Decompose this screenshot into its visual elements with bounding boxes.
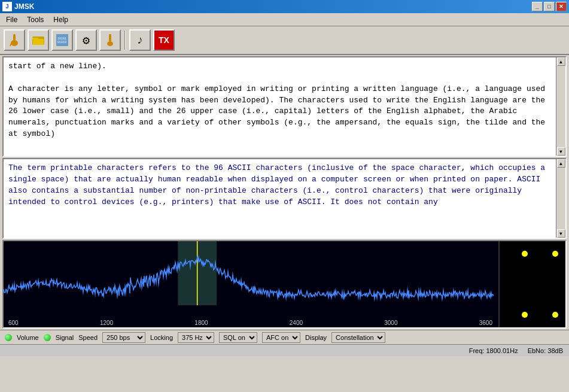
- tx-button[interactable]: TX: [153, 29, 175, 51]
- freq-label-1800: 1800: [194, 320, 208, 326]
- svg-text:10: 10: [63, 41, 66, 44]
- wf-cell-3-1: [518, 305, 533, 325]
- display-label: Display: [305, 334, 327, 341]
- toolbar-separator: [124, 31, 126, 50]
- display-select[interactable]: Constellation Waterfall Spectrum: [331, 332, 385, 343]
- wf-cell-2-0: [502, 284, 518, 305]
- wf-dot: [552, 251, 558, 257]
- menu-file[interactable]: File: [1, 13, 22, 26]
- volume-led: [5, 334, 12, 341]
- text-area-1-container: start of a new line). A character is any…: [2, 56, 567, 157]
- signal-label: Signal: [56, 334, 74, 341]
- scroll-up-arrow[interactable]: ▲: [557, 57, 565, 66]
- spectrum-main[interactable]: 600 1200 1800 2400 3000 3600: [4, 241, 498, 327]
- wf-cell-3-3: [548, 305, 564, 325]
- minimize-button[interactable]: _: [532, 2, 543, 11]
- wf-cell-1-2: [533, 264, 548, 284]
- brush-button[interactable]: [99, 29, 121, 51]
- locking-select[interactable]: 375 Hz 750 Hz: [178, 332, 214, 343]
- wf-cell-1-0: [502, 264, 518, 284]
- freq-bar: Freq: 1800.01Hz EbNo: 38dB: [0, 344, 569, 356]
- wf-dot: [552, 312, 558, 318]
- title-bar-buttons: _ □ ✕: [532, 2, 567, 11]
- app-icon: J: [2, 2, 12, 11]
- wf-cell-0-3: [548, 244, 564, 264]
- maximize-button[interactable]: □: [544, 2, 555, 11]
- scroll-up-arrow-2[interactable]: ▲: [557, 159, 565, 168]
- brush-icon: [103, 33, 117, 47]
- menu-bar: File Tools Help: [0, 13, 569, 26]
- freq-label-text: Freq:: [469, 347, 485, 354]
- freq-label-3600: 3600: [479, 320, 492, 326]
- title-bar-title: JMSK: [14, 2, 34, 11]
- ebno-value: 38dB: [547, 347, 563, 354]
- wf-cell-3-2: [533, 305, 548, 325]
- status-bar: Volume Signal Speed 250 bps 500 bps 1000…: [0, 330, 569, 344]
- text-area-2-content: The term printable characters refers to …: [4, 159, 565, 238]
- svg-line-2: [10, 41, 12, 46]
- music-icon: ♪: [136, 34, 144, 47]
- wf-cell-2-2: [533, 284, 548, 305]
- wf-dot: [522, 251, 528, 257]
- freq-label-3000: 3000: [384, 320, 397, 326]
- title-bar: J JMSK _ □ ✕: [0, 0, 569, 13]
- audio-button[interactable]: ♪: [129, 29, 151, 51]
- scroll-down-arrow-2[interactable]: ▼: [557, 229, 565, 238]
- text-area-2[interactable]: The term printable characters refers to …: [2, 158, 567, 239]
- speed-select[interactable]: 250 bps 500 bps 1000 bps: [102, 332, 145, 343]
- broom-icon: [7, 33, 22, 47]
- ebno-label-text: EbNo:: [528, 347, 546, 354]
- tx-icon: TX: [159, 35, 169, 45]
- spectrum-labels: 600 1200 1800 2400 3000 3600: [4, 320, 498, 326]
- svg-text:010: 010: [57, 41, 63, 44]
- wf-cell-0-2: [533, 244, 548, 264]
- volume-label: Volume: [17, 334, 39, 341]
- waterfall-display: [498, 241, 565, 327]
- freq-label: Freq: 1800.01Hz: [469, 347, 518, 354]
- wf-cell-2-3: [548, 284, 564, 305]
- freq-label-600: 600: [8, 320, 19, 326]
- open-folder-icon: [31, 33, 45, 47]
- gear-icon: ⚙: [83, 33, 90, 48]
- toolbar: 101 010 01 10 ⚙ ♪ TX: [0, 26, 569, 55]
- settings-button[interactable]: ⚙: [75, 29, 97, 51]
- text-area-2-container: The term printable characters refers to …: [2, 158, 567, 239]
- title-bar-left: J JMSK: [2, 2, 34, 11]
- wf-dot: [522, 312, 528, 318]
- svg-rect-5: [33, 39, 44, 45]
- sql-select[interactable]: SQL on SQL off: [219, 332, 257, 343]
- speed-label: Speed: [78, 334, 98, 341]
- ebno-label: EbNo: 38dB: [528, 347, 563, 354]
- locking-label: Locking: [150, 334, 173, 341]
- svg-rect-11: [109, 34, 111, 41]
- afc-select[interactable]: AFC on AFC off: [262, 332, 300, 343]
- binary-icon: 101 010 01 10: [55, 33, 69, 47]
- wf-cell-0-1: [518, 244, 533, 264]
- spectrum-canvas: [4, 241, 494, 316]
- menu-tools[interactable]: Tools: [22, 13, 48, 26]
- wf-cell-0-0: [502, 244, 518, 264]
- text-area-1[interactable]: start of a new line). A character is any…: [2, 56, 567, 157]
- wf-cell-1-1: [518, 264, 533, 284]
- scrollbar-1[interactable]: ▲ ▼: [556, 57, 565, 156]
- svg-point-12: [107, 41, 113, 46]
- scrollbar-2[interactable]: ▲ ▼: [556, 159, 565, 238]
- close-button[interactable]: ✕: [556, 2, 567, 11]
- wf-cell-2-1: [518, 284, 533, 305]
- wf-cell-3-0: [502, 305, 518, 325]
- open-button[interactable]: [28, 29, 49, 51]
- wf-cell-1-3: [548, 264, 564, 284]
- menu-help[interactable]: Help: [48, 13, 73, 26]
- signal-led: [44, 334, 51, 341]
- scroll-down-arrow[interactable]: ▼: [557, 147, 565, 156]
- freq-label-2400: 2400: [290, 320, 303, 326]
- text-area-1-content: start of a new line). A character is any…: [4, 57, 565, 156]
- binary-button[interactable]: 101 010 01 10: [51, 29, 73, 51]
- clear-button[interactable]: [4, 29, 25, 51]
- freq-value: 1800.01Hz: [486, 347, 518, 354]
- spectrum-area: 600 1200 1800 2400 3000 3600: [2, 240, 567, 329]
- freq-label-1200: 1200: [100, 320, 113, 326]
